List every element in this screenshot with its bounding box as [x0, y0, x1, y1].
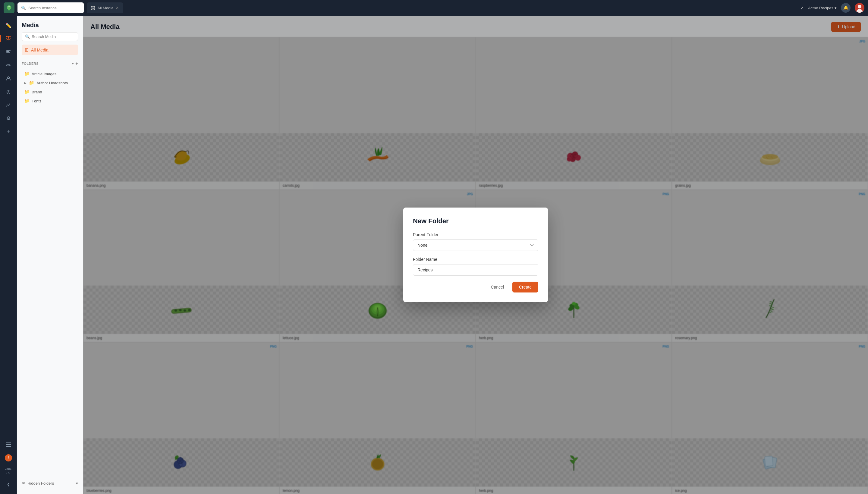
all-media-icon: ⊞ [25, 47, 29, 53]
media-sidebar: Media 🔍 ⊞ All Media FOLDERS ▾ + 📁 Articl… [17, 16, 83, 494]
tab-label: All Media [97, 6, 113, 10]
hidden-folders-label: Hidden Folders [27, 481, 54, 486]
all-media-label: All Media [31, 48, 49, 52]
svg-rect-2 [6, 52, 10, 53]
svg-rect-4 [6, 442, 11, 443]
workspace-chevron: ▾ [834, 6, 837, 10]
sidebar-item-users[interactable] [2, 72, 15, 84]
folder-icon: 📁 [24, 90, 29, 94]
svg-rect-1 [6, 51, 10, 52]
sidebar-item-add[interactable]: + [2, 125, 15, 137]
folder-item-brand[interactable]: 📁 Brand [22, 88, 78, 96]
folders-chevron[interactable]: ▾ [72, 62, 74, 65]
folder-list: 📁 Article Images ▶ 📁 Author Headshots 📁 … [22, 70, 78, 105]
folder-icon: 📁 [29, 80, 34, 85]
modal-actions: Cancel Create [413, 282, 538, 292]
search-instance-wrapper: 🔍 [17, 2, 84, 13]
sidebar-item-code[interactable]: </> [2, 59, 15, 71]
all-media-button[interactable]: ⊞ All Media [22, 44, 78, 55]
sidebar-item-edit[interactable]: ✏️ [2, 19, 15, 31]
user-avatar[interactable] [855, 3, 864, 13]
sidebar-notification[interactable]: ! [2, 452, 15, 464]
top-navigation: 🔍 🖼 All Media ✕ ↗ Acme Recipes ▾ 🔔 [0, 0, 868, 16]
svg-rect-6 [6, 446, 11, 447]
modal-overlay[interactable]: New Folder Parent Folder None Article Im… [83, 16, 868, 494]
create-button[interactable]: Create [512, 282, 538, 292]
svg-rect-0 [6, 50, 11, 51]
folder-item-fonts[interactable]: 📁 Fonts [22, 97, 78, 105]
sidebar-item-analytics[interactable] [2, 99, 15, 111]
folder-expand-chevron[interactable]: ▶ [24, 81, 26, 84]
folder-name-group: Folder Name [413, 257, 538, 276]
app-logo[interactable] [4, 2, 15, 13]
hidden-folders-chevron: ▾ [76, 481, 78, 486]
folders-header: FOLDERS ▾ + [22, 61, 78, 66]
notifications-bell[interactable]: 🔔 [841, 3, 851, 13]
hidden-folders-row[interactable]: 👁 Hidden Folders ▾ [22, 479, 78, 488]
search-media-wrapper[interactable]: 🔍 [22, 32, 78, 41]
main-content: All Media ⬆ Upload banana.p [83, 16, 868, 494]
external-link-icon[interactable]: ↗ [800, 5, 804, 10]
folder-name-label: Folder Name [413, 257, 538, 262]
folder-item-author-headshots[interactable]: ▶ 📁 Author Headshots [22, 79, 78, 87]
sidebar-code-label: 41F# 777 [2, 465, 15, 477]
folder-icon: 📁 [24, 71, 29, 76]
tab-image-icon: 🖼 [91, 6, 95, 10]
new-folder-modal: New Folder Parent Folder None Article Im… [403, 208, 548, 302]
modal-title: New Folder [413, 217, 538, 225]
folder-name-input[interactable] [413, 264, 538, 276]
parent-folder-label: Parent Folder [413, 232, 538, 237]
hidden-folders-eye-icon: 👁 [22, 481, 25, 486]
search-instance-icon: 🔍 [21, 6, 26, 10]
all-media-tab[interactable]: 🖼 All Media ✕ [87, 2, 123, 13]
svg-rect-5 [6, 444, 11, 445]
workspace-label[interactable]: Acme Recipes ▾ [808, 6, 837, 10]
sidebar-item-content[interactable] [2, 46, 15, 58]
tab-close-icon[interactable]: ✕ [116, 6, 119, 10]
sidebar-item-settings[interactable]: ⚙ [2, 112, 15, 124]
folder-name: Author Headshots [36, 81, 68, 85]
main-layout: ✏️ 🖼 </> ◎ ⚙ + ! 41F# 777 ❮ [0, 16, 868, 494]
sidebar-collapse[interactable]: ❮ [2, 478, 15, 490]
folder-name: Brand [32, 90, 42, 94]
sidebar-item-target[interactable]: ◎ [2, 86, 15, 98]
sidebar-item-list-bottom[interactable] [2, 439, 15, 451]
folder-item-article-images[interactable]: 📁 Article Images [22, 70, 78, 78]
folder-icon: 📁 [24, 98, 29, 103]
icon-sidebar: ✏️ 🖼 </> ◎ ⚙ + ! 41F# 777 ❮ [0, 16, 17, 494]
sidebar-item-media[interactable]: 🖼 [2, 33, 15, 44]
folder-name: Fonts [32, 99, 42, 103]
folders-header-label: FOLDERS [22, 62, 39, 65]
folders-add-icon[interactable]: + [75, 61, 78, 66]
folder-name: Article Images [32, 72, 56, 76]
sidebar-bottom: ! 41F# 777 ❮ [2, 439, 15, 490]
search-instance-input[interactable] [28, 6, 80, 10]
nav-right: ↗ Acme Recipes ▾ 🔔 [800, 3, 864, 13]
parent-folder-group: Parent Folder None Article Images Author… [413, 232, 538, 251]
search-media-input[interactable] [32, 34, 75, 39]
cancel-button[interactable]: Cancel [486, 282, 509, 292]
search-media-icon: 🔍 [25, 34, 30, 39]
media-sidebar-title: Media [22, 22, 78, 28]
parent-folder-select[interactable]: None Article Images Author Headshots Bra… [413, 240, 538, 251]
notification-badge-count: ! [5, 454, 12, 461]
